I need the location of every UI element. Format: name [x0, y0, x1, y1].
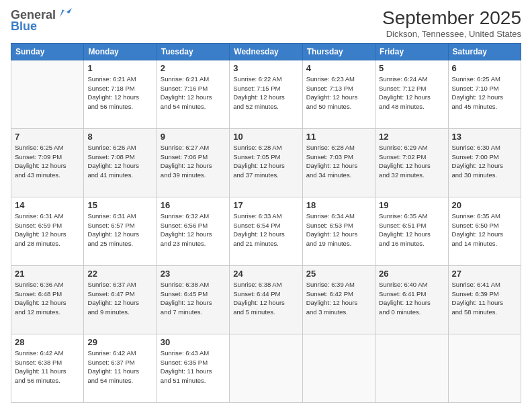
logo-bird-icon — [57, 8, 72, 20]
table-row: 20Sunrise: 6:35 AMSunset: 6:50 PMDayligh… — [448, 197, 521, 265]
day-info: Sunrise: 6:38 AMSunset: 6:44 PMDaylight:… — [233, 280, 298, 317]
col-friday: Friday — [375, 43, 448, 60]
day-number: 19 — [379, 200, 444, 210]
day-number: 22 — [87, 269, 152, 279]
table-row — [375, 334, 448, 402]
col-saturday: Saturday — [448, 43, 521, 60]
calendar-header-row: Sunday Monday Tuesday Wednesday Thursday… — [11, 43, 521, 60]
table-row — [11, 60, 84, 128]
title-area: September 2025 Dickson, Tennessee, Unite… — [382, 8, 521, 39]
table-row: 9Sunrise: 6:27 AMSunset: 7:06 PMDaylight… — [157, 128, 229, 197]
calendar-week-row: 21Sunrise: 6:36 AMSunset: 6:48 PMDayligh… — [11, 265, 521, 334]
day-number: 8 — [87, 132, 152, 142]
day-info: Sunrise: 6:40 AMSunset: 6:41 PMDaylight:… — [379, 280, 444, 317]
table-row: 26Sunrise: 6:40 AMSunset: 6:41 PMDayligh… — [375, 265, 448, 334]
logo: General Blue — [11, 8, 72, 34]
col-sunday: Sunday — [11, 43, 84, 60]
day-number: 23 — [161, 269, 226, 279]
table-row: 11Sunrise: 6:28 AMSunset: 7:03 PMDayligh… — [302, 128, 375, 197]
header: General Blue September 2025 Dickson, Ten… — [11, 8, 521, 39]
day-info: Sunrise: 6:43 AMSunset: 6:35 PMDaylight:… — [161, 349, 226, 385]
location: Dickson, Tennessee, United States — [382, 29, 521, 39]
table-row: 16Sunrise: 6:32 AMSunset: 6:56 PMDayligh… — [157, 197, 229, 265]
day-number: 14 — [15, 200, 80, 210]
day-info: Sunrise: 6:28 AMSunset: 7:05 PMDaylight:… — [233, 143, 298, 180]
calendar-week-row: 1Sunrise: 6:21 AMSunset: 7:18 PMDaylight… — [11, 60, 521, 128]
calendar-week-row: 7Sunrise: 6:25 AMSunset: 7:09 PMDaylight… — [11, 128, 521, 197]
day-info: Sunrise: 6:38 AMSunset: 6:45 PMDaylight:… — [161, 280, 226, 317]
table-row: 8Sunrise: 6:26 AMSunset: 7:08 PMDaylight… — [84, 128, 157, 197]
table-row: 17Sunrise: 6:33 AMSunset: 6:54 PMDayligh… — [230, 197, 302, 265]
day-info: Sunrise: 6:33 AMSunset: 6:54 PMDaylight:… — [233, 212, 298, 248]
page: General Blue September 2025 Dickson, Ten… — [0, 0, 532, 411]
day-info: Sunrise: 6:22 AMSunset: 7:15 PMDaylight:… — [233, 75, 298, 111]
day-info: Sunrise: 6:25 AMSunset: 7:10 PMDaylight:… — [452, 75, 517, 111]
day-number: 26 — [379, 269, 444, 279]
day-number: 7 — [15, 132, 80, 142]
day-info: Sunrise: 6:31 AMSunset: 6:59 PMDaylight:… — [15, 212, 80, 248]
day-info: Sunrise: 6:21 AMSunset: 7:18 PMDaylight:… — [87, 75, 152, 111]
month-title: September 2025 — [382, 8, 521, 29]
table-row: 3Sunrise: 6:22 AMSunset: 7:15 PMDaylight… — [230, 60, 302, 128]
table-row: 30Sunrise: 6:43 AMSunset: 6:35 PMDayligh… — [157, 334, 229, 402]
day-info: Sunrise: 6:21 AMSunset: 7:16 PMDaylight:… — [161, 75, 226, 111]
day-number: 4 — [306, 63, 371, 73]
col-thursday: Thursday — [302, 43, 375, 60]
day-info: Sunrise: 6:32 AMSunset: 6:56 PMDaylight:… — [161, 212, 226, 248]
day-info: Sunrise: 6:27 AMSunset: 7:06 PMDaylight:… — [161, 143, 226, 180]
logo-blue: Blue — [11, 19, 37, 34]
day-number: 13 — [452, 132, 517, 142]
table-row: 14Sunrise: 6:31 AMSunset: 6:59 PMDayligh… — [11, 197, 84, 265]
table-row — [230, 334, 302, 402]
table-row: 15Sunrise: 6:31 AMSunset: 6:57 PMDayligh… — [84, 197, 157, 265]
table-row — [302, 334, 375, 402]
table-row: 28Sunrise: 6:42 AMSunset: 6:38 PMDayligh… — [11, 334, 84, 402]
day-number: 25 — [306, 269, 371, 279]
table-row — [448, 334, 521, 402]
day-info: Sunrise: 6:23 AMSunset: 7:13 PMDaylight:… — [306, 75, 371, 111]
day-number: 21 — [15, 269, 80, 279]
calendar-week-row: 14Sunrise: 6:31 AMSunset: 6:59 PMDayligh… — [11, 197, 521, 265]
table-row: 22Sunrise: 6:37 AMSunset: 6:47 PMDayligh… — [84, 265, 157, 334]
day-number: 20 — [452, 200, 517, 210]
table-row: 10Sunrise: 6:28 AMSunset: 7:05 PMDayligh… — [230, 128, 302, 197]
day-number: 17 — [233, 200, 298, 210]
day-number: 6 — [452, 63, 517, 73]
day-info: Sunrise: 6:26 AMSunset: 7:08 PMDaylight:… — [87, 143, 152, 180]
day-number: 2 — [161, 63, 226, 73]
logo-area: General Blue — [11, 8, 72, 34]
day-number: 29 — [87, 337, 152, 347]
day-number: 5 — [379, 63, 444, 73]
col-monday: Monday — [84, 43, 157, 60]
table-row: 2Sunrise: 6:21 AMSunset: 7:16 PMDaylight… — [157, 60, 229, 128]
table-row: 13Sunrise: 6:30 AMSunset: 7:00 PMDayligh… — [448, 128, 521, 197]
table-row: 25Sunrise: 6:39 AMSunset: 6:42 PMDayligh… — [302, 265, 375, 334]
day-info: Sunrise: 6:42 AMSunset: 6:37 PMDaylight:… — [87, 349, 152, 385]
table-row: 5Sunrise: 6:24 AMSunset: 7:12 PMDaylight… — [375, 60, 448, 128]
day-number: 12 — [379, 132, 444, 142]
day-info: Sunrise: 6:42 AMSunset: 6:38 PMDaylight:… — [15, 349, 80, 385]
table-row: 19Sunrise: 6:35 AMSunset: 6:51 PMDayligh… — [375, 197, 448, 265]
day-number: 16 — [161, 200, 226, 210]
table-row: 4Sunrise: 6:23 AMSunset: 7:13 PMDaylight… — [302, 60, 375, 128]
table-row: 23Sunrise: 6:38 AMSunset: 6:45 PMDayligh… — [157, 265, 229, 334]
table-row: 6Sunrise: 6:25 AMSunset: 7:10 PMDaylight… — [448, 60, 521, 128]
day-number: 18 — [306, 200, 371, 210]
day-number: 9 — [161, 132, 226, 142]
day-number: 27 — [452, 269, 517, 279]
day-number: 15 — [87, 200, 152, 210]
day-info: Sunrise: 6:41 AMSunset: 6:39 PMDaylight:… — [452, 280, 517, 317]
svg-marker-0 — [60, 8, 72, 17]
day-info: Sunrise: 6:31 AMSunset: 6:57 PMDaylight:… — [87, 212, 152, 248]
day-info: Sunrise: 6:36 AMSunset: 6:48 PMDaylight:… — [15, 280, 80, 317]
day-number: 28 — [15, 337, 80, 347]
day-number: 10 — [233, 132, 298, 142]
day-info: Sunrise: 6:37 AMSunset: 6:47 PMDaylight:… — [87, 280, 152, 317]
day-info: Sunrise: 6:28 AMSunset: 7:03 PMDaylight:… — [306, 143, 371, 180]
day-info: Sunrise: 6:25 AMSunset: 7:09 PMDaylight:… — [15, 143, 80, 180]
day-number: 30 — [161, 337, 226, 347]
table-row: 18Sunrise: 6:34 AMSunset: 6:53 PMDayligh… — [302, 197, 375, 265]
table-row: 21Sunrise: 6:36 AMSunset: 6:48 PMDayligh… — [11, 265, 84, 334]
table-row: 1Sunrise: 6:21 AMSunset: 7:18 PMDaylight… — [84, 60, 157, 128]
day-info: Sunrise: 6:35 AMSunset: 6:51 PMDaylight:… — [379, 212, 444, 248]
